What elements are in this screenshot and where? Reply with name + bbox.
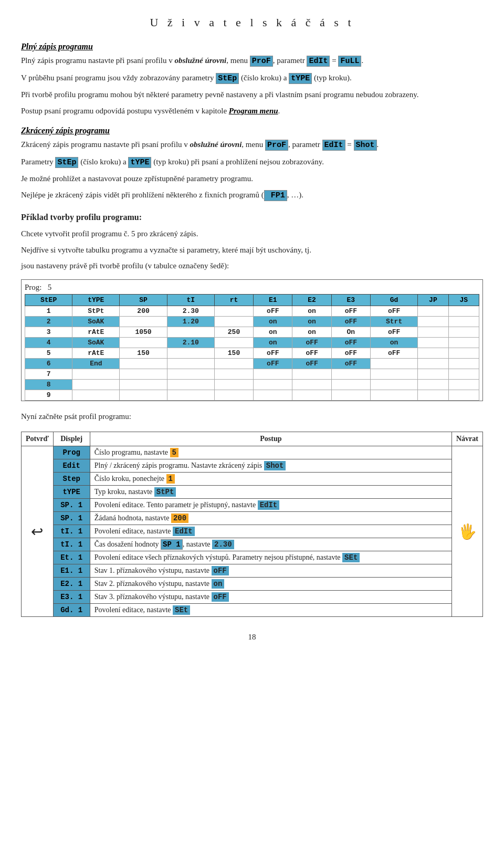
table-cell xyxy=(214,390,253,400)
displej-cell: tI. 1 xyxy=(53,538,90,551)
section1-p2: V průběhu psaní programu jsou vždy zobra… xyxy=(21,72,483,85)
table-row: 3rAtE1050250ononOnoFF xyxy=(25,327,479,337)
postup-cell: Povolení editace, nastavte EdIt xyxy=(90,525,452,538)
table-row: 7 xyxy=(25,369,479,379)
list-item: ↩ProgČíslo programu, nastavte 5🖐 xyxy=(22,446,483,459)
table-cell xyxy=(214,379,253,390)
table-row: 9 xyxy=(25,390,479,400)
table-cell xyxy=(371,369,418,379)
table-cell xyxy=(448,348,479,358)
table-cell: 200 xyxy=(120,306,167,316)
table-cell xyxy=(167,327,214,337)
displej-cell: E3. 1 xyxy=(53,591,90,604)
list-item: Gd. 1Povolení editace, nastavte SEt xyxy=(22,604,483,617)
section-zkraceny-zapis: Zkrácený zápis programu Zkrácený zápis p… xyxy=(21,126,483,202)
list-item: SP. 1Žádaná hodnota, nastavte 200 xyxy=(22,512,483,525)
table-cell xyxy=(254,369,292,379)
section1-p4: Postup psaní programu odpovídá postupu v… xyxy=(21,105,483,117)
table-cell: rAtE xyxy=(72,348,120,358)
postup-cell: Stav 3. příznakového výstupu, nastavte o… xyxy=(90,591,452,604)
table-cell: on xyxy=(371,337,418,348)
table-cell xyxy=(120,316,167,327)
table-cell: 2.10 xyxy=(167,337,214,348)
table-cell: 250 xyxy=(214,327,253,337)
displej-cell: SP. 1 xyxy=(53,499,90,512)
table-cell: End xyxy=(72,358,120,369)
table-cell: 7 xyxy=(25,369,72,379)
table-cell: Strt xyxy=(371,316,418,327)
table-row: 6EndoFFoFFoFF xyxy=(25,358,479,369)
table-cell: On xyxy=(331,327,370,337)
table-cell: 5 xyxy=(25,348,72,358)
table-cell: oFF xyxy=(371,327,418,337)
list-item: tI. 1Čas dosažení hodnoty SP 1, nastavte… xyxy=(22,538,483,551)
list-item: tYPETyp kroku, nastavte StPt xyxy=(22,486,483,499)
table-cell xyxy=(292,390,331,400)
prog-col-header: JS xyxy=(448,294,479,306)
table-cell: SoAK xyxy=(72,337,120,348)
table-row: 4SoAK2.10onoFFoFFon xyxy=(25,337,479,348)
displej-cell: Prog xyxy=(53,446,90,459)
table-cell: oFF xyxy=(292,358,331,369)
table-cell: oFF xyxy=(331,306,370,316)
table-cell xyxy=(167,358,214,369)
col-displej: Displej xyxy=(53,432,90,446)
table-cell: 2 xyxy=(25,316,72,327)
table-cell xyxy=(418,369,448,379)
example-p1: Chcete vytvořit profil programu č. 5 pro… xyxy=(21,228,483,240)
section1-p3: Při tvorbě profilu programu mohou být ně… xyxy=(21,89,483,101)
example-heading: Příklad tvorby profilu programu: xyxy=(21,211,483,224)
table-cell: on xyxy=(292,327,331,337)
table-cell: oFF xyxy=(254,358,292,369)
table-cell: 3 xyxy=(25,327,72,337)
table-cell xyxy=(331,390,370,400)
table-cell xyxy=(72,390,120,400)
table-cell xyxy=(448,358,479,369)
postup-intro: Nyní začněte psát profil programu: xyxy=(21,411,483,423)
prog-col-header: JP xyxy=(418,294,448,306)
table-cell xyxy=(418,337,448,348)
table-cell xyxy=(418,306,448,316)
navrat-cell: 🖐 xyxy=(452,446,483,617)
table-cell xyxy=(448,379,479,390)
col-postup: Postup xyxy=(90,432,452,446)
table-cell: 4 xyxy=(25,337,72,348)
displej-cell: tYPE xyxy=(53,486,90,499)
list-item: Et. 1Povolení editace všech příznakových… xyxy=(22,551,483,564)
postup-cell: Žádaná hodnota, nastavte 200 xyxy=(90,512,452,525)
table-cell xyxy=(418,358,448,369)
prog-col-header: tI xyxy=(167,294,214,306)
table-cell xyxy=(371,358,418,369)
table-cell: 6 xyxy=(25,358,72,369)
table-row: 2SoAK1.20ononoFFStrt xyxy=(25,316,479,327)
displej-cell: E2. 1 xyxy=(53,578,90,591)
table-cell: 1 xyxy=(25,306,72,316)
list-item: E2. 1Stav 2. příznakového výstupu, nasta… xyxy=(22,578,483,591)
section1-p1: Plný zápis programu nastavte při psaní p… xyxy=(21,55,483,68)
table-cell: StPt xyxy=(72,306,120,316)
table-cell: on xyxy=(292,306,331,316)
postup-cell: Typ kroku, nastavte StPt xyxy=(90,486,452,499)
col-navrat: Návrat xyxy=(452,432,483,446)
displej-cell: SP. 1 xyxy=(53,512,90,525)
postup-cell: Povolení editace, nastavte SEt xyxy=(90,604,452,617)
section-plny-zapis: Plný zápis programu Plný zápis programu … xyxy=(21,42,483,117)
table-cell: 2.30 xyxy=(167,306,214,316)
table-cell xyxy=(418,390,448,400)
table-cell xyxy=(448,369,479,379)
prog-col-header: E2 xyxy=(292,294,331,306)
table-cell xyxy=(254,390,292,400)
potvrdit-cell: ↩ xyxy=(22,446,54,617)
table-cell xyxy=(448,327,479,337)
prog-col-header: rt xyxy=(214,294,253,306)
displej-cell: E1. 1 xyxy=(53,564,90,578)
postup-cell: Stav 2. příznakového výstupu, nastavte o… xyxy=(90,578,452,591)
page-number: 18 xyxy=(21,633,483,642)
table-cell: rAtE xyxy=(72,327,120,337)
list-item: E3. 1Stav 3. příznakového výstupu, nasta… xyxy=(22,591,483,604)
table-cell xyxy=(448,337,479,348)
col-potvrdit: Potvrď xyxy=(22,432,54,446)
table-row: 1StPt2002.30oFFonoFFoFF xyxy=(25,306,479,316)
displej-cell: Et. 1 xyxy=(53,551,90,564)
list-item: tI. 1Povolení editace, nastavte EdIt xyxy=(22,525,483,538)
